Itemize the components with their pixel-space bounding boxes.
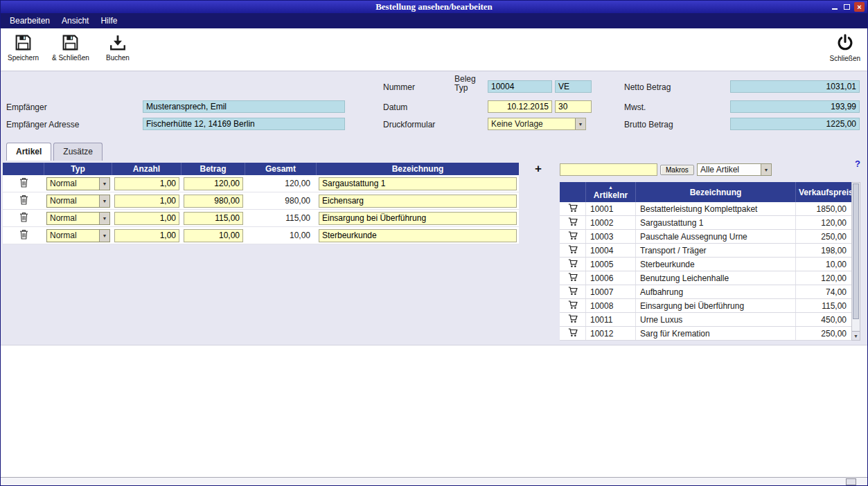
catalog-row: 10003 Pauschale Aussegnung Urne 250,00 <box>560 230 851 244</box>
add-to-order-button[interactable] <box>560 271 586 285</box>
header-anzahl[interactable]: Anzahl <box>112 163 181 175</box>
beleg-typ-input[interactable] <box>555 80 592 93</box>
buchen-label: Buchen <box>106 54 130 62</box>
chevron-down-icon: ▼ <box>99 230 109 242</box>
delete-item-button[interactable] <box>19 195 28 207</box>
empfaenger-input[interactable] <box>143 100 345 113</box>
add-to-order-button[interactable] <box>560 202 586 215</box>
typ-select[interactable]: Normal ▼ <box>46 195 110 208</box>
makros-button[interactable]: Makros <box>660 165 694 175</box>
betrag-input[interactable] <box>184 229 243 242</box>
window-controls: × <box>829 2 865 12</box>
bezeichnung-cell: Urne Luxus <box>636 313 796 326</box>
buchen-button[interactable]: Buchen <box>106 33 130 62</box>
mwst-input[interactable] <box>730 100 860 113</box>
brutto-input[interactable] <box>730 118 860 130</box>
item-row: Normal ▼ 120,00 <box>3 175 519 192</box>
bezeichnung-cell: Einsargung bei Überführung <box>636 299 796 312</box>
add-to-order-button[interactable] <box>560 327 586 340</box>
add-to-order-button[interactable] <box>560 230 586 243</box>
speichern-schliessen-button[interactable]: & Schließen <box>52 33 89 62</box>
anzahl-input[interactable] <box>114 212 179 225</box>
artikelnr-cell: 10011 <box>586 313 636 326</box>
maximize-icon <box>844 4 850 10</box>
menubar: Bearbeiten Ansicht Hilfe <box>1 13 867 28</box>
minimize-button[interactable] <box>829 2 840 12</box>
header-gesamt[interactable]: Gesamt <box>245 163 317 175</box>
header-verkaufspreis[interactable]: Verkaufspreis <box>796 182 851 202</box>
betrag-input[interactable] <box>184 212 243 225</box>
netto-input[interactable] <box>730 80 860 93</box>
catalog-row: 10002 Sargaustattung 1 120,00 <box>560 216 851 230</box>
datum-extra-input[interactable] <box>555 100 592 113</box>
close-button[interactable]: × <box>854 2 865 12</box>
add-to-order-button[interactable] <box>560 244 586 257</box>
delete-item-button[interactable] <box>19 212 28 224</box>
add-to-order-button[interactable] <box>560 258 586 271</box>
scroll-down-button[interactable]: ▼ <box>852 331 860 340</box>
header-delete <box>3 163 44 175</box>
delete-item-button[interactable] <box>19 177 28 190</box>
minimize-icon <box>832 8 838 10</box>
speichern-button[interactable]: Speichern <box>8 33 39 62</box>
help-icon[interactable]: ? <box>855 159 860 169</box>
bezeichnung-input[interactable] <box>319 195 517 208</box>
bezeichnung-cell: Pauschale Aussegnung Urne <box>636 230 796 243</box>
item-row: Normal ▼ 980,00 <box>3 192 519 210</box>
datum-input[interactable] <box>488 100 552 113</box>
tab-zusaetze[interactable]: Zusätze <box>53 143 103 161</box>
bezeichnung-input[interactable] <box>319 212 517 225</box>
bezeichnung-input[interactable] <box>319 229 517 242</box>
power-icon <box>835 33 855 53</box>
schliessen-button[interactable]: Schließen <box>830 33 860 62</box>
close-icon: × <box>857 3 861 11</box>
add-item-button[interactable]: + <box>531 162 545 176</box>
items-table-header: Typ Anzahl Betrag Gesamt Bezeichnung <box>3 163 519 175</box>
header-artikelnr-label: Artikelnr <box>594 190 628 200</box>
header-artikelnr[interactable]: ▲ Artikelnr <box>586 182 636 202</box>
add-to-order-button[interactable] <box>560 299 586 312</box>
betrag-input[interactable] <box>184 195 243 208</box>
header-betrag[interactable]: Betrag <box>181 163 245 175</box>
book-download-icon <box>109 33 127 52</box>
menu-hilfe[interactable]: Hilfe <box>100 16 117 26</box>
typ-select[interactable]: Normal ▼ <box>46 212 110 225</box>
bezeichnung-cell: Sarg für Kremation <box>636 327 796 340</box>
bezeichnung-input[interactable] <box>319 177 517 190</box>
typ-select[interactable]: Normal ▼ <box>46 229 110 242</box>
catalog-scrollbar[interactable]: ▼ <box>851 182 860 341</box>
header-typ[interactable]: Typ <box>44 163 112 175</box>
anzahl-input[interactable] <box>114 195 179 208</box>
delete-item-button[interactable] <box>19 229 28 242</box>
catalog-panel: Makros Alle Artikel ▼ ? ▲ Artikelnr Beze… <box>560 161 865 345</box>
tab-artikel[interactable]: Artikel <box>6 143 51 161</box>
typ-select-value: Normal <box>47 231 99 240</box>
anzahl-input[interactable] <box>114 229 179 242</box>
menu-bearbeiten[interactable]: Bearbeiten <box>10 16 50 26</box>
catalog-row: 10006 Benutzung Leichenhalle 120,00 <box>560 271 851 285</box>
gesamt-value: 115,00 <box>245 210 317 226</box>
anzahl-input[interactable] <box>114 177 179 190</box>
artikelnr-cell: 10002 <box>586 216 636 229</box>
add-to-order-button[interactable] <box>560 216 586 229</box>
scrollbar-thumb[interactable] <box>853 183 859 319</box>
catalog-filter-select[interactable]: Alle Artikel ▼ <box>697 163 772 176</box>
menu-ansicht[interactable]: Ansicht <box>62 16 89 26</box>
nummer-input[interactable] <box>488 80 552 93</box>
add-to-order-button[interactable] <box>560 313 586 326</box>
titlebar[interactable]: Bestellung ansehen/bearbeiten × <box>1 1 867 13</box>
add-to-order-button[interactable] <box>560 285 586 298</box>
empfaenger-adresse-input[interactable] <box>143 118 345 130</box>
horizontal-scrollbar[interactable] <box>1 477 867 486</box>
typ-select[interactable]: Normal ▼ <box>46 177 110 190</box>
catalog-search-input[interactable] <box>560 163 657 176</box>
header-bezeichnung[interactable]: Bezeichnung <box>636 182 796 202</box>
datum-label: Datum <box>383 102 407 112</box>
maximize-button[interactable] <box>842 2 852 12</box>
header-bezeichnung[interactable]: Bezeichnung <box>317 163 519 175</box>
trash-icon <box>19 212 28 224</box>
bezeichnung-cell: Aufbahrung <box>636 285 796 298</box>
druckformular-select[interactable]: Keine Vorlage ▼ <box>488 118 586 130</box>
horizontal-scrollbar-thumb[interactable] <box>846 478 856 485</box>
betrag-input[interactable] <box>184 177 243 190</box>
